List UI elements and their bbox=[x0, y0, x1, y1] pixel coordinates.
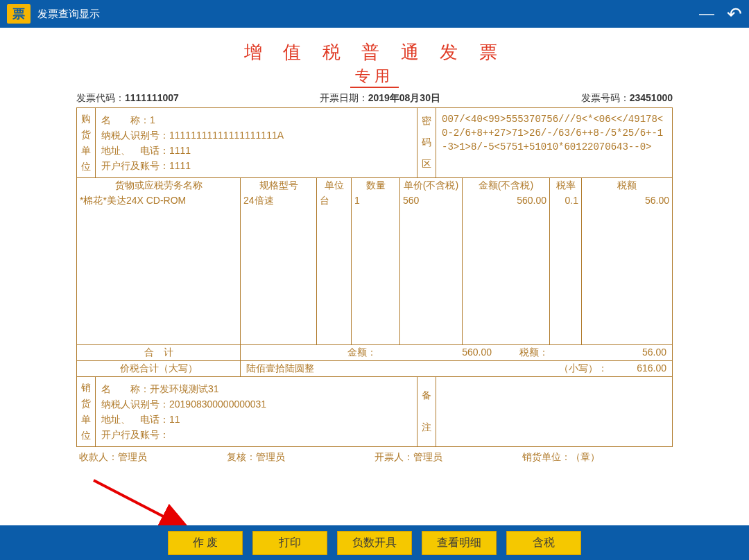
buyer-info: 名 称：1 纳税人识别号：11111111111111111111A 地址、 电… bbox=[96, 108, 417, 177]
signature-row: 收款人：管理员 复核：管理员 开票人：管理员 销货单位：（章） bbox=[76, 451, 673, 464]
col-tax: 税额 bbox=[582, 178, 672, 193]
remark-box bbox=[436, 377, 672, 446]
sig-payee: 收款人：管理员 bbox=[79, 451, 227, 464]
cell-qty: 1 bbox=[352, 193, 400, 344]
action-bar: 作 废 打印 负数开具 查看明细 含税 bbox=[0, 525, 749, 560]
sig-reviewer: 复核：管理员 bbox=[227, 451, 374, 464]
remark-vertical-label: 备 注 bbox=[417, 377, 436, 446]
items-body: *棉花*美达24X CD-ROM 24倍速 台 1 560 560.00 0.1… bbox=[77, 193, 672, 344]
void-button[interactable]: 作 废 bbox=[168, 531, 243, 555]
back-icon[interactable]: ↶ bbox=[727, 3, 742, 25]
invoice-header-row: 发票代码：1111111007 开票日期：2019年08月30日 发票号码：23… bbox=[76, 92, 673, 105]
capital-text: 陆佰壹拾陆圆整 bbox=[246, 362, 314, 375]
invoice-number: 发票号码：23451000 bbox=[581, 92, 673, 105]
cell-name: *棉花*美达24X CD-ROM bbox=[77, 193, 241, 344]
total-tax-label: 税额： bbox=[519, 347, 549, 359]
col-spec: 规格型号 bbox=[241, 178, 317, 193]
tax-inclusive-button[interactable]: 含税 bbox=[506, 531, 581, 555]
sig-seller-unit: 销货单位：（章） bbox=[522, 451, 670, 464]
window-titlebar: 票 发票查询显示 — ↶ bbox=[0, 0, 749, 28]
capital-label: 价税合计（大写） bbox=[77, 361, 241, 376]
invoice-content: 增 值 税 普 通 发 票 专用 发票代码：1111111007 开票日期：20… bbox=[0, 28, 749, 464]
col-name: 货物或应税劳务名称 bbox=[77, 178, 241, 193]
col-price: 单价(不含税) bbox=[400, 178, 463, 193]
window-title: 发票查询显示 bbox=[37, 8, 699, 21]
cipher-text: 007/<40<99>555370756///9<*<06<</49178<0-… bbox=[436, 108, 672, 177]
capital-row: 价税合计（大写） 陆佰壹拾陆圆整 （小写）： 616.00 bbox=[77, 360, 672, 376]
col-unit: 单位 bbox=[317, 178, 352, 193]
total-tax: 56.00 bbox=[576, 347, 666, 359]
cell-price: 560 bbox=[400, 193, 463, 344]
seller-vertical-label: 销 货 单 位 bbox=[77, 377, 96, 446]
invoice-code: 发票代码：1111111007 bbox=[76, 92, 179, 105]
svg-line-1 bbox=[94, 480, 187, 529]
seller-section: 销 货 单 位 名 称：开发环境测试31 纳税人识别号：201908300000… bbox=[77, 376, 672, 446]
print-button[interactable]: 打印 bbox=[252, 531, 327, 555]
cell-spec: 24倍速 bbox=[241, 193, 317, 344]
capital-small: （小写）： 616.00 bbox=[559, 362, 666, 375]
sig-drawer: 开票人：管理员 bbox=[374, 451, 522, 464]
cipher-vertical-label: 密 码 区 bbox=[417, 108, 436, 177]
seller-info: 名 称：开发环境测试31 纳税人识别号：201908300000000031 地… bbox=[96, 377, 417, 446]
negative-button[interactable]: 负数开具 bbox=[337, 531, 412, 555]
total-row: 合 计 金额： 560.00 税额： 56.00 bbox=[77, 344, 672, 360]
buyer-vertical-label: 购 货 单 位 bbox=[77, 108, 96, 177]
total-amount: 560.00 bbox=[404, 347, 492, 359]
invoice-title: 增 值 税 普 通 发 票 bbox=[76, 40, 673, 64]
items-header: 货物或应税劳务名称 规格型号 单位 数量 单价(不含税) 金额(不含税) 税率 … bbox=[77, 177, 672, 193]
cell-rate: 0.1 bbox=[550, 193, 582, 344]
invoice-date: 开票日期：2019年08月30日 bbox=[320, 92, 440, 105]
col-rate: 税率 bbox=[550, 178, 582, 193]
cell-tax: 56.00 bbox=[582, 193, 672, 344]
detail-button[interactable]: 查看明细 bbox=[422, 531, 497, 555]
invoice-frame: 购 货 单 位 名 称：1 纳税人识别号：1111111111111111111… bbox=[76, 107, 673, 447]
cell-amount: 560.00 bbox=[463, 193, 550, 344]
total-amount-label: 金额： bbox=[347, 347, 377, 359]
col-qty: 数量 bbox=[352, 178, 400, 193]
total-label: 合 计 bbox=[77, 345, 241, 360]
app-logo-icon: 票 bbox=[7, 4, 31, 24]
invoice-subtitle: 专用 bbox=[350, 66, 399, 88]
col-amount: 金额(不含税) bbox=[463, 178, 550, 193]
cell-unit: 台 bbox=[317, 193, 352, 344]
buyer-section: 购 货 单 位 名 称：1 纳税人识别号：1111111111111111111… bbox=[77, 108, 672, 177]
minimize-icon[interactable]: — bbox=[699, 5, 714, 23]
